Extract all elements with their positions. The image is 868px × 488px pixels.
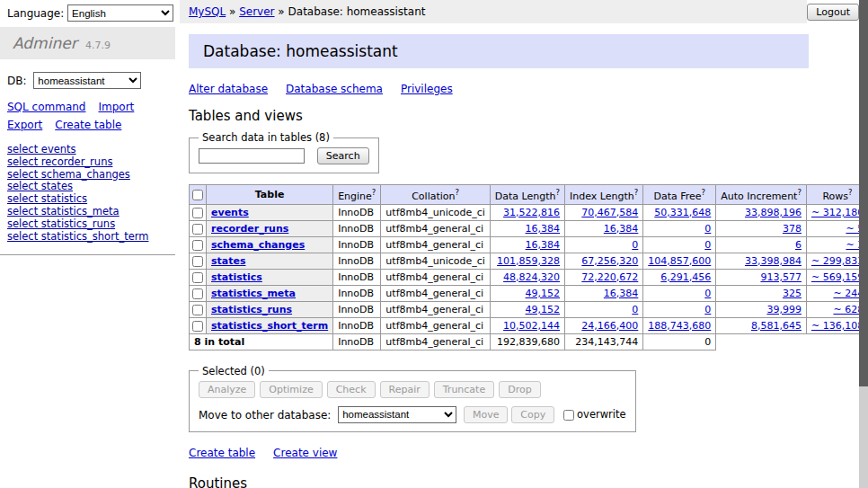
row-checkbox[interactable] [192,256,203,267]
sidebar-link-create-table[interactable]: Create table [55,119,121,131]
scrollbar-thumb[interactable] [859,0,868,386]
column-help-link[interactable]: ? [556,188,561,197]
index-length-link[interactable]: 67,256,320 [581,255,638,267]
row-checkbox[interactable] [192,288,203,299]
auto-increment-link[interactable]: 378 [783,223,802,235]
row-checkbox[interactable] [192,305,203,315]
db-link-alter-database[interactable]: Alter database [189,83,268,95]
breadcrumb-link-mysql[interactable]: MySQL [189,5,226,18]
index-length-link[interactable]: 0 [632,304,638,315]
column-help-link[interactable]: ? [456,188,460,197]
auto-increment-link[interactable]: 33,398,984 [745,255,802,267]
sidebar-link-import[interactable]: Import [98,101,134,113]
data-free-link[interactable]: 0 [704,239,711,251]
sidebar-item-select-recorder-runs[interactable]: select recorder_runs [0,156,175,169]
sidebar-item-select-states[interactable]: select states [0,181,175,193]
drop-button[interactable]: Drop [499,381,540,398]
sidebar-item-select-schema-changes[interactable]: select schema_changes [0,169,175,182]
data-length-link[interactable]: 49,152 [526,288,561,299]
copy-button[interactable]: Copy [511,406,554,423]
data-free-link[interactable]: 0 [704,288,711,299]
column-help-link[interactable]: ? [372,188,376,197]
auto-increment-link[interactable]: 8,581,645 [751,320,802,332]
rows-link[interactable]: ~ 299,833 [811,255,864,267]
index-length-link[interactable]: 70,467,584 [581,207,638,218]
data-free-link[interactable]: 188,743,680 [648,320,711,332]
sidebar-item-select-statistics-short-term[interactable]: select statistics_short_term [0,231,175,244]
data-length-link[interactable]: 16,384 [526,239,561,251]
column-help-link[interactable]: ? [848,188,853,197]
scrollbar[interactable] [859,0,868,488]
overwrite-checkbox[interactable] [563,410,574,421]
db-link-database-schema[interactable]: Database schema [286,83,383,95]
auto-increment-link[interactable]: 33,898,196 [745,207,802,218]
auto-increment-link[interactable]: 39,999 [766,304,802,315]
table-name-link-schema-changes[interactable]: schema_changes [211,239,305,251]
table-name-link-statistics[interactable]: statistics [211,271,262,283]
optimize-button[interactable]: Optimize [260,381,322,398]
table-name-link-recorder-runs[interactable]: recorder_runs [211,223,288,235]
data-free-link[interactable]: 0 [704,304,711,315]
sidebar-item-select-events[interactable]: select events [0,144,175,156]
index-length-link[interactable]: 16,384 [604,288,639,299]
truncate-button[interactable]: Truncate [434,381,494,398]
sidebar-link-sql-command[interactable]: SQL command [7,101,85,113]
data-free-link[interactable]: 6,291,456 [660,271,711,283]
analyze-button[interactable]: Analyze [199,381,255,398]
row-checkbox[interactable] [192,208,203,218]
breadcrumb-link-server[interactable]: Server [239,5,274,18]
column-help-link[interactable]: ? [634,188,639,197]
row-checkbox[interactable] [192,321,203,332]
sidebar-link-export[interactable]: Export [7,119,42,131]
row-checkbox[interactable] [192,240,203,251]
repair-button[interactable]: Repair [380,381,430,398]
search-input[interactable] [199,148,305,164]
data-length-link-cell: 16,384 [490,236,564,253]
overwrite-option[interactable]: overwrite [563,408,626,421]
data-length-link[interactable]: 49,152 [526,304,561,315]
app-name[interactable]: Adminer [13,34,77,52]
data-length-link[interactable]: 10,502,144 [503,320,560,332]
column-help-link[interactable]: ? [702,188,706,197]
move-button[interactable]: Move [464,406,509,423]
table-name-link-statistics-meta[interactable]: statistics_meta [211,288,296,299]
sidebar-item-select-statistics[interactable]: select statistics [0,193,175,206]
language-select[interactable]: English [67,4,173,22]
index-length-link[interactable]: 72,220,672 [581,271,638,283]
index-length-link[interactable]: 24,166,400 [581,320,638,332]
db-select[interactable]: homeassistant [33,72,141,89]
data-length-link[interactable]: 31,522,816 [503,207,560,218]
move-db-select[interactable]: homeassistant [338,406,456,423]
db-link-privileges[interactable]: Privileges [401,83,453,95]
sidebar-item-select-statistics-meta[interactable]: select statistics_meta [0,206,175,218]
table-name-link-events[interactable]: events [211,207,249,218]
create-link-create-view[interactable]: Create view [273,447,337,459]
selected-legend: Selected (0) [199,365,269,377]
data-free-link[interactable]: 0 [704,223,711,235]
row-checkbox[interactable] [192,272,203,283]
index-length-link[interactable]: 0 [632,239,638,251]
select-all-checkbox[interactable] [192,190,203,200]
auto-increment-link[interactable]: 913,577 [760,271,802,283]
check-button[interactable]: Check [327,381,376,398]
logout-button[interactable]: Logout [807,4,859,21]
rows-link[interactable]: ~ 136,108 [811,320,864,332]
data-length-link[interactable]: 48,824,320 [503,271,560,283]
auto-increment-link[interactable]: 325 [783,288,802,299]
table-name-link-statistics-runs[interactable]: statistics_runs [211,304,292,315]
table-name-link-states[interactable]: states [211,255,246,267]
auto-increment-link[interactable]: 6 [795,239,802,251]
sidebar-item-select-statistics-runs[interactable]: select statistics_runs [0,218,175,231]
rows-link[interactable]: ~ 569,159 [811,271,864,283]
data-length-link[interactable]: 16,384 [526,223,561,235]
data-length-link[interactable]: 101,859,328 [497,255,560,267]
search-button[interactable]: Search [317,147,369,164]
index-length-link[interactable]: 16,384 [604,223,639,235]
column-help-link[interactable]: ? [797,188,802,197]
rows-link[interactable]: ~ 312,180 [811,207,864,218]
create-link-create-table[interactable]: Create table [189,447,255,459]
data-free-link[interactable]: 50,331,648 [654,207,711,218]
table-name-link-statistics-short-term[interactable]: statistics_short_term [211,320,328,332]
row-checkbox[interactable] [192,224,203,235]
data-free-link[interactable]: 104,857,600 [648,255,711,267]
